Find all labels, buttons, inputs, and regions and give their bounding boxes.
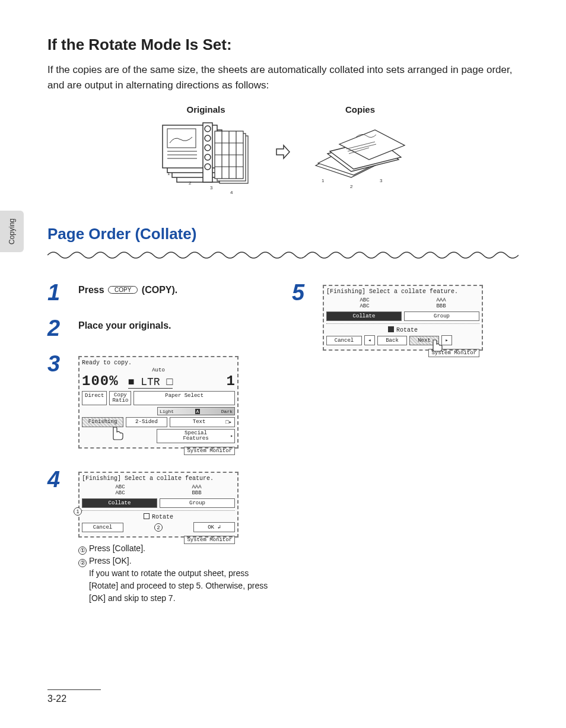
svg-point-11 [205,145,211,151]
lcd5-next-icon[interactable]: ▸ [441,335,452,345]
lcd3-direct[interactable]: Direct [82,391,107,405]
lcd5-cancel[interactable]: Cancel [326,336,362,345]
lcd5-prev-icon[interactable]: ◂ [364,335,375,345]
step-1: 1 Press COPY (COPY). [47,281,274,304]
lcd3-system-monitor[interactable]: System Monitor [184,447,235,455]
rotate-mode-heading: If the Rotate Mode Is Set: [47,36,519,54]
side-tab: Copying [0,211,24,252]
step-3: 3 Ready to copy. Auto 100% ■ LTR □ 1 Dir… [47,352,274,455]
lcd3-2sided[interactable]: 2-Sided [126,417,167,427]
step-2: 2 Place your originals. [47,317,274,339]
lcd3-pct: 100% [82,373,119,389]
svg-point-9 [205,126,211,132]
hand-pointer-icon [110,426,125,441]
lcd4-rotate[interactable]: Rotate [144,513,173,520]
step-4-number: 4 [47,468,68,491]
lcd4-ok[interactable]: OK ↲ [193,522,235,532]
lcd-step-3: Ready to copy. Auto 100% ■ LTR □ 1 Direc… [78,356,239,449]
copy-key-icon: COPY [108,286,138,294]
copies-label: Copies [310,104,411,115]
lcd4-collate[interactable]: Collate [82,498,157,508]
step-1-number: 1 [47,281,68,304]
svg-text:2: 2 [350,184,353,189]
svg-text:1: 1 [322,178,325,183]
lcd4-system-monitor[interactable]: System Monitor [184,536,235,544]
svg-text:3: 3 [380,178,383,183]
side-tab-label: Copying [8,218,16,244]
step-1-text-a: Press [78,285,107,295]
callout-1-icon: 1 [74,507,82,516]
lcd5-next[interactable]: Next [409,336,439,345]
lcd5-collate[interactable]: Collate [326,311,402,321]
page-order-heading: Page Order (Collate) [47,225,519,243]
rotate-mode-body: If the copies are of the same size, the … [47,62,519,93]
lcd4-cancel[interactable]: Cancel [82,523,123,532]
lcd3-ready: Ready to copy. [82,360,235,366]
svg-text:3: 3 [210,185,213,190]
lcd5-title: [Finishing] Select a collate feature. [326,288,479,295]
lcd-step-5: [Finishing] Select a collate feature. AB… [323,285,483,351]
lcd3-finishing[interactable]: Finishing [82,417,123,427]
step-3-number: 3 [47,352,68,375]
originals-label: Originals [155,104,256,115]
callout-2-icon: 2 [154,523,163,532]
copies-illustration: 1 2 3 [310,118,411,201]
lcd3-auto: Auto [82,367,235,373]
step-2-text: Place your originals. [78,320,171,330]
svg-point-12 [205,154,211,160]
lcd3-text-mode[interactable]: Text□▸ [170,417,235,427]
lcd3-density-slider[interactable]: LightADark [157,407,235,415]
lcd5-rotate[interactable]: Rotate [388,326,418,333]
step-4-substeps: ①Press [Collate]. ②Press [OK]. If you wa… [78,542,274,605]
originals-illustration: 1 2 3 4 [155,118,256,201]
step-2-number: 2 [47,317,68,339]
wavy-divider [47,249,519,261]
svg-rect-4 [167,129,196,148]
lcd3-copy-ratio[interactable]: Copy Ratio [109,391,131,405]
step-5: 5 [Finishing] Select a collate feature. … [292,281,519,357]
lcd3-special-features[interactable]: Special Features▸ [157,429,235,443]
svg-text:1: 1 [167,171,170,176]
lcd5-back[interactable]: Back [377,336,407,345]
svg-point-10 [205,135,211,141]
step-4: 4 [Finishing] Select a collate feature. … [47,468,274,605]
step-5-number: 5 [292,281,312,304]
lcd3-count: 1 [227,373,235,389]
step-1-text-b: (COPY). [139,285,177,295]
svg-point-13 [205,164,211,170]
lcd3-ltr: LTR [141,376,160,388]
illustration-row: Originals [47,104,519,201]
lcd4-title: [Finishing] Select a collate feature. [82,475,235,482]
arrow-icon [274,143,292,163]
svg-text:4: 4 [230,190,233,195]
lcd-step-4: [Finishing] Select a collate feature. AB… [78,472,239,538]
lcd5-group[interactable]: Group [404,311,479,321]
svg-text:2: 2 [189,180,192,186]
lcd4-group[interactable]: Group [160,498,235,508]
lcd3-paper-select[interactable]: Paper Select [133,391,235,405]
page-number: 3-22 [47,689,101,704]
